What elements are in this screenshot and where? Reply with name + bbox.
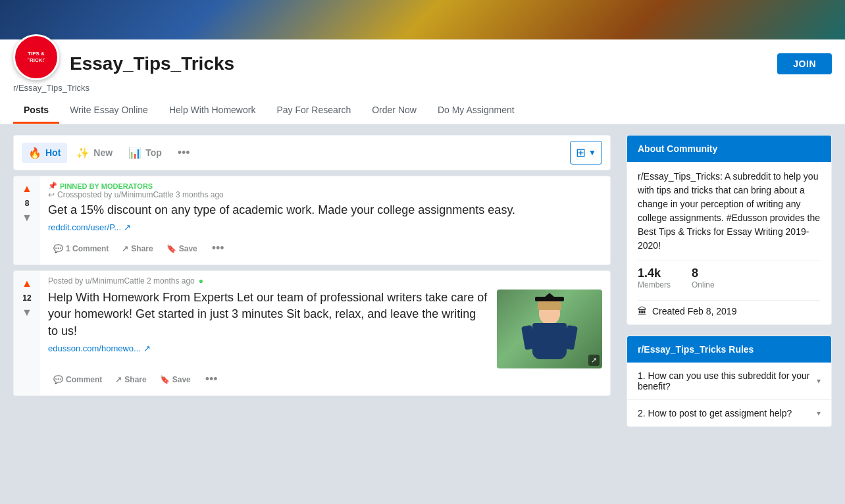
tab-posts[interactable]: Posts [13, 98, 59, 124]
rule-2-num: 2. [638, 408, 646, 418]
downvote-button-2[interactable]: ▼ [20, 305, 34, 320]
flame-icon: 🔥 [28, 147, 41, 159]
post-content-2: Posted by u/MinimumCattle 2 months ago ●… [40, 271, 610, 395]
crosspost-text: Crossposted by u/MinimumCattle 3 months … [57, 190, 224, 199]
view-toggle-button[interactable]: ⊞ ▼ [570, 141, 602, 164]
subreddit-name: r/Essay_Tips_Tricks [0, 80, 845, 98]
about-community-header: About Community [627, 136, 831, 162]
share-label-1: Share [131, 244, 153, 253]
star-badge-shape: TIPS & TRICKS [16, 38, 56, 77]
created-date: Created Feb 8, 2019 [652, 306, 736, 316]
post-content-1: 📌 PINNED BY MODERATORS ↩ Crossposted by … [40, 176, 610, 265]
post-meta-2: Posted by u/MinimumCattle 2 months ago ● [48, 276, 602, 286]
sort-new-button[interactable]: ✨ New [70, 143, 119, 163]
members-count: 1.4k [638, 266, 671, 280]
vote-count-1: 8 [25, 199, 30, 208]
sort-bar: 🔥 Hot ✨ New 📊 Top ••• ⊞ ▼ [13, 135, 611, 170]
rule-2-text: 2. How to post to get assigment help? [638, 408, 792, 418]
share-icon-1: ↗ [122, 244, 128, 253]
post-link-2[interactable]: edusson.com/homewo... ↗ [48, 343, 489, 353]
chevron-down-icon-2: ▾ [817, 409, 821, 418]
tab-write-essay[interactable]: Write Essay Online [59, 98, 159, 124]
save-icon-2: 🔖 [160, 375, 170, 384]
join-button[interactable]: JOIN [777, 53, 832, 74]
chevron-down-icon-1: ▾ [817, 376, 821, 386]
pinned-badge-1: 📌 PINNED BY MODERATORS [48, 182, 602, 190]
share-icon-2: ↗ [115, 375, 122, 384]
post-link-1[interactable]: reddit.com/user/P... ↗ [48, 222, 602, 232]
comment-icon-2: 💬 [53, 375, 63, 384]
header-banner [0, 0, 845, 39]
comment-label-1: 1 Comment [66, 244, 109, 253]
created-date-row: 🏛 Created Feb 8, 2019 [638, 300, 821, 316]
share-label-2: Share [124, 375, 146, 384]
save-button-2[interactable]: 🔖 Save [155, 371, 196, 388]
tab-help-homework[interactable]: Help With Homework [159, 98, 266, 124]
online-count: 8 [692, 266, 715, 280]
rule-2-label: How to post to get assigment help? [648, 408, 792, 418]
share-button-1[interactable]: ↗ Share [116, 240, 158, 257]
community-logo: TIPS & TRICKS [13, 34, 59, 80]
share-button-2[interactable]: ↗ Share [110, 371, 151, 388]
online-stat: 8 Online [692, 266, 715, 290]
graduate-illustration [510, 293, 589, 365]
crosspost-icon: ↩ [48, 190, 55, 199]
post-title-1[interactable]: Get a 15% discount on any type of academ… [48, 202, 602, 218]
downvote-button-1[interactable]: ▼ [20, 211, 34, 225]
nav-tabs: Posts Write Essay Online Help With Homew… [0, 98, 845, 124]
post-author-2: Posted by u/MinimumCattle 2 months ago [48, 276, 195, 286]
post-row-2: Help With Homework From Experts Let our … [48, 290, 602, 368]
pinned-label: PINNED BY MODERATORS [60, 182, 153, 190]
sort-more-button[interactable]: ••• [171, 142, 197, 164]
comment-button-1[interactable]: 💬 1 Comment [48, 240, 114, 257]
sort-hot-button[interactable]: 🔥 Hot [22, 143, 67, 163]
post-card-1: ▲ 8 ▼ 📌 PINNED BY MODERATORS ↩ Crosspost… [13, 176, 611, 265]
sparkle-icon: ✨ [76, 147, 90, 159]
tab-pay-research[interactable]: Pay For Research [266, 98, 361, 124]
posts-column: 🔥 Hot ✨ New 📊 Top ••• ⊞ ▼ ▲ 8 ▼ [13, 135, 611, 438]
post-text-area-2: Help With Homework From Experts Let our … [48, 290, 489, 368]
rule-1-text: 1. How can you use this subreddit for yo… [638, 370, 817, 391]
sort-top-button[interactable]: 📊 Top [122, 143, 168, 163]
community-info: Essay_Tips_Tricks [70, 53, 767, 74]
post-more-button-2[interactable]: ••• [199, 368, 224, 390]
comment-icon-1: 💬 [53, 244, 63, 253]
community-stats: 1.4k Members 8 Online [638, 261, 821, 290]
post-flair-icon: ● [199, 276, 203, 286]
sidebar-column: About Community r/Essay_Tips_Tricks: A s… [627, 135, 832, 438]
thumbnail-link-icon[interactable]: ↗ [588, 355, 600, 366]
upvote-button-1[interactable]: ▲ [20, 182, 34, 196]
thumbnail-image-2 [497, 290, 602, 368]
grad-gown [532, 323, 567, 359]
new-label: New [93, 147, 113, 158]
post-more-button-1[interactable]: ••• [205, 238, 231, 259]
top-label: Top [145, 147, 162, 158]
vote-column-1: ▲ 8 ▼ [14, 176, 40, 265]
rule-item-1[interactable]: 1. How can you use this subreddit for yo… [627, 363, 831, 400]
vote-count-2: 12 [22, 293, 31, 303]
crosspost-info-1: ↩ Crossposted by u/MinimumCattle 3 month… [48, 190, 602, 199]
save-label-2: Save [172, 375, 191, 384]
about-description: r/Essay_Tips_Tricks: A subreddit to help… [638, 170, 821, 253]
rules-card: r/Essay_Tips_Tricks Rules 1. How can you… [627, 336, 832, 427]
vote-column-2: ▲ 12 ▼ [14, 271, 40, 395]
about-community-body: r/Essay_Tips_Tricks: A subreddit to help… [627, 162, 831, 324]
tab-do-assignment[interactable]: Do My Assignment [427, 98, 525, 124]
community-header: TIPS & TRICKS Essay_Tips_Tricks JOIN [0, 39, 845, 80]
comment-button-2[interactable]: 💬 Comment [48, 371, 107, 388]
comment-label-2: Comment [66, 375, 102, 384]
save-icon-1: 🔖 [166, 244, 176, 253]
members-label: Members [638, 280, 671, 290]
rule-1-label: How can you use this subreddit for your … [638, 370, 809, 391]
rule-item-2[interactable]: 2. How to post to get assigment help? ▾ [627, 400, 831, 426]
tab-order-now[interactable]: Order Now [361, 98, 427, 124]
save-button-1[interactable]: 🔖 Save [161, 240, 203, 257]
building-icon: 🏛 [638, 306, 647, 316]
grid-icon: ⊞ [576, 145, 586, 160]
upvote-button-2[interactable]: ▲ [20, 276, 34, 291]
hot-label: Hot [45, 147, 61, 158]
post-actions-2: 💬 Comment ↗ Share 🔖 Save ••• [48, 368, 602, 390]
post-title-2[interactable]: Help With Homework From Experts Let our … [48, 290, 489, 340]
logo-text-line1: TIPS & [28, 51, 45, 57]
post-thumbnail-2[interactable]: ↗ [497, 290, 602, 368]
